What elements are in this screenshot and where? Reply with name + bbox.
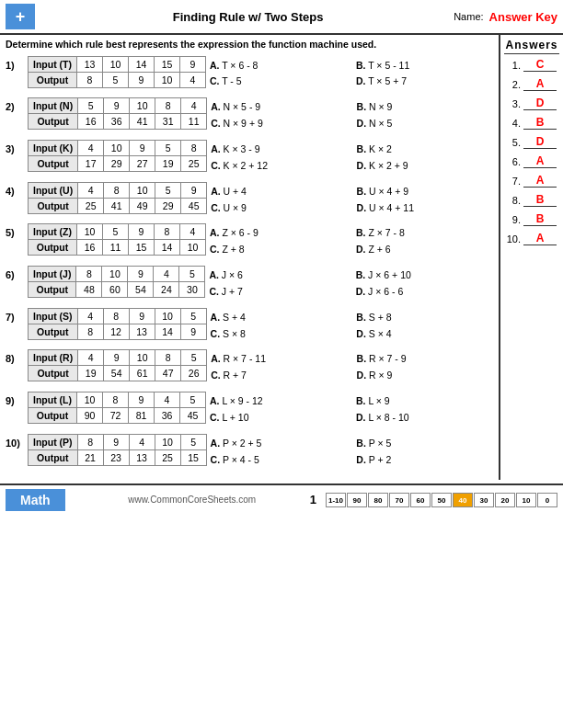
input-cell: 4: [181, 98, 207, 114]
content-area: Determine which rule best represents the…: [0, 35, 499, 480]
output-cell: 10: [154, 72, 179, 87]
table-wrap: Input (K) 410958 Output 1729271925: [28, 140, 207, 172]
score-boxes: 1-109080706050403020100: [326, 493, 557, 507]
answer-item: 1. C: [504, 58, 559, 72]
output-cell: 16: [76, 240, 102, 256]
input-cell: 5: [78, 98, 104, 114]
input-cell: 4: [78, 182, 104, 198]
choice-row: A. Z × 6 - 9 B. Z × 7 - 8: [210, 225, 493, 242]
problem: 10) Input (P) 894105 Output 2123132515 A…: [6, 434, 493, 469]
choice-a: A. S + 4: [211, 310, 348, 326]
problem-number: 2): [6, 97, 24, 112]
name-label: Name:: [454, 11, 483, 22]
input-cell: 9: [103, 434, 129, 449]
input-cell: 10: [102, 56, 128, 72]
problem: 6) Input (J) 810945 Output 4860542430 A.…: [6, 266, 493, 301]
choice-c: C. U × 9: [211, 200, 347, 217]
answer-num: 3.: [504, 98, 521, 109]
choice-a: A. P × 2 + 5: [211, 436, 348, 452]
table-wrap: Input (Z) 105984 Output 1611151410: [28, 223, 206, 256]
problem: 3) Input (K) 410958 Output 1729271925 A.…: [6, 140, 493, 175]
output-cell: 11: [102, 240, 128, 256]
input-cell: 9: [130, 141, 155, 156]
output-cell: 47: [155, 366, 181, 381]
input-label: Input (N): [29, 98, 78, 114]
output-cell: 10: [179, 240, 205, 256]
choices: A. K × 3 - 9 B. K × 2 C. K × 2 + 12 D. K…: [211, 140, 493, 175]
choice-c: C. N × 9 + 9: [211, 116, 347, 132]
choices: A. J × 6 B. J × 6 + 10 C. J + 7 D. J × 6…: [209, 266, 493, 301]
output-label: Output: [29, 408, 77, 424]
answer-value: B: [536, 116, 545, 129]
answer-item: 4. B: [504, 116, 559, 130]
output-cell: 24: [154, 282, 179, 298]
input-cell: 9: [128, 267, 154, 282]
choice-a: A. J × 6: [209, 267, 346, 284]
input-cell: 5: [179, 392, 205, 408]
output-cell: 27: [130, 156, 155, 172]
output-cell: 19: [78, 366, 104, 381]
table-wrap: Input (T) 131014159 Output 859104: [28, 56, 206, 88]
choices: A. T × 6 - 8 B. T × 5 - 11 C. T - 5 D. T…: [210, 56, 493, 91]
choice-d: D. Z + 6: [356, 242, 493, 258]
footer: Math www.CommonCoreSheets.com 1 1-109080…: [0, 483, 563, 515]
page-title: Finding Rule w/ Two Steps: [42, 10, 454, 24]
output-cell: 8: [77, 324, 103, 339]
choice-a: A. R × 7 - 11: [211, 351, 347, 368]
input-cell: 4: [129, 434, 155, 449]
output-cell: 90: [76, 408, 102, 424]
input-cell: 8: [154, 224, 179, 240]
input-cell: 10: [76, 224, 102, 240]
output-label: Output: [29, 72, 77, 87]
input-cell: 10: [130, 98, 155, 114]
choices: A. R × 7 - 11 B. R × 7 - 9 C. R + 7 D. R…: [211, 349, 493, 384]
choice-d: D. N × 5: [357, 116, 493, 132]
output-cell: 13: [129, 449, 155, 465]
footer-math-label: Math: [6, 489, 65, 511]
input-cell: 9: [129, 308, 155, 324]
output-cell: 14: [155, 324, 180, 339]
score-box: 0: [537, 493, 557, 507]
input-cell: 10: [130, 182, 155, 198]
answer-num: 6.: [504, 156, 521, 167]
answer-item: 10. A: [504, 232, 559, 245]
io-table: Input (U) 481059 Output 2541492945: [28, 182, 207, 214]
output-cell: 26: [181, 366, 207, 381]
input-label: Input (L): [29, 392, 77, 408]
choice-b: B. K × 2: [357, 142, 493, 158]
choices: A. P × 2 + 5 B. P × 5 C. P × 4 - 5 D. P …: [211, 434, 493, 469]
logo-icon: +: [16, 7, 26, 27]
choice-c: C. R + 7: [211, 368, 347, 384]
answers-title: Answers: [504, 39, 559, 54]
output-cell: 45: [181, 198, 207, 213]
answer-num: 4.: [504, 118, 521, 129]
input-label: Input (T): [29, 56, 77, 72]
choice-a: A. T × 6 - 8: [210, 58, 347, 74]
output-cell: 25: [155, 449, 180, 465]
choice-row: A. K × 3 - 9 B. K × 2: [211, 142, 493, 158]
answer-num: 9.: [504, 214, 521, 225]
problem-number: 5): [6, 223, 24, 238]
io-table: Input (L) 108945 Output 9072813645: [28, 392, 206, 424]
choice-row: C. S × 8 D. S × 4: [211, 326, 493, 343]
output-label: Output: [29, 366, 78, 381]
input-cell: 4: [78, 350, 104, 366]
output-cell: 41: [130, 114, 155, 130]
choice-b: B. L × 9: [356, 393, 493, 410]
output-cell: 12: [103, 324, 129, 339]
output-cell: 25: [181, 156, 207, 172]
answer-line: B: [523, 212, 557, 226]
input-cell: 10: [155, 434, 180, 449]
output-cell: 29: [155, 198, 181, 213]
input-label: Input (Z): [29, 224, 77, 240]
choice-row: C. N × 9 + 9 D. N × 5: [211, 116, 493, 132]
output-cell: 17: [78, 156, 104, 172]
input-cell: 5: [155, 182, 181, 198]
choice-a: A. K × 3 - 9: [211, 142, 347, 158]
output-cell: 15: [128, 240, 154, 256]
problem: 4) Input (U) 481059 Output 2541492945 A.…: [6, 182, 493, 217]
problem-number: 9): [6, 392, 24, 406]
output-label: Output: [29, 198, 78, 213]
choice-d: D. T × 5 + 7: [356, 74, 493, 90]
answer-key-label: Answer Key: [489, 10, 557, 24]
